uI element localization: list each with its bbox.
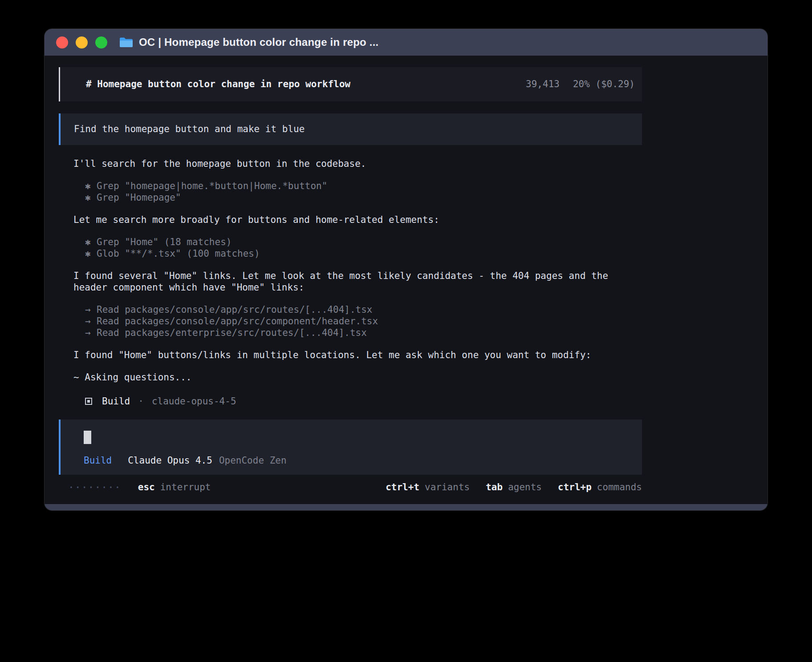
statusbar-left: ········ escinterrupt bbox=[68, 481, 211, 493]
assistant-paragraph: I found several "Home" links. Let me loo… bbox=[59, 270, 642, 293]
zoom-button[interactable] bbox=[95, 36, 107, 48]
input-provider-label: OpenCode Zen bbox=[219, 455, 287, 467]
tool-call-text: Read packages/console/app/src/component/… bbox=[97, 316, 378, 327]
input-agent-label[interactable]: Build bbox=[84, 455, 112, 467]
status-bar: ········ escinterrupt ctrl+tvariants tab… bbox=[59, 481, 642, 493]
ctrl-t-key: ctrl+t bbox=[386, 482, 419, 492]
asterisk-icon: ✱ bbox=[85, 192, 97, 203]
text-cursor bbox=[84, 431, 91, 444]
input-model-label[interactable]: Claude Opus 4.5 bbox=[128, 455, 212, 467]
assistant-paragraph: I found "Home" buttons/links in multiple… bbox=[59, 349, 642, 361]
session-header: # Homepage button color change in repo w… bbox=[59, 67, 642, 101]
esc-key: esc bbox=[138, 482, 155, 492]
window-titlebar[interactable]: OC | Homepage button color change in rep… bbox=[45, 29, 767, 56]
tool-call-read: →Read packages/console/app/src/routes/[.… bbox=[59, 304, 642, 315]
terminal-content: # Homepage button color change in repo w… bbox=[45, 56, 767, 504]
model-line: Build Claude Opus 4.5 OpenCode Zen bbox=[84, 455, 635, 467]
content-column: # Homepage button color change in repo w… bbox=[59, 67, 642, 493]
assistant-paragraph: Let me search more broadly for buttons a… bbox=[59, 214, 642, 226]
session-title: # Homepage button color change in repo w… bbox=[86, 78, 350, 90]
tool-call-text: Grep "Home" (18 matches) bbox=[97, 237, 231, 247]
user-message: Find the homepage button and make it blu… bbox=[59, 113, 642, 145]
assistant-paragraph: I'll search for the homepage button in t… bbox=[59, 158, 642, 170]
terminal-window: OC | Homepage button color change in rep… bbox=[44, 28, 768, 511]
tool-call-grep: ✱Grep "Home" (18 matches) bbox=[59, 236, 642, 248]
tool-call-text: Grep "Homepage" bbox=[97, 192, 181, 203]
arrow-right-icon: → bbox=[85, 304, 97, 315]
folder-icon bbox=[119, 36, 133, 48]
commands-label: commands bbox=[597, 482, 642, 492]
esc-hint: escinterrupt bbox=[138, 481, 211, 493]
esc-label: interrupt bbox=[160, 482, 211, 492]
tool-call-text: Read packages/enterprise/src/routes/[...… bbox=[97, 327, 367, 338]
agents-hint: tabagents bbox=[486, 481, 542, 493]
arrow-right-icon: → bbox=[85, 315, 97, 327]
minimize-button[interactable] bbox=[76, 36, 88, 48]
tool-call-glob: ✱Glob "**/*.tsx" (100 matches) bbox=[59, 248, 642, 259]
context-usage: 20% ($0.29) bbox=[573, 78, 635, 90]
tool-call-read: →Read packages/enterprise/src/routes/[..… bbox=[59, 327, 642, 339]
close-button[interactable] bbox=[56, 36, 68, 48]
variants-hint: ctrl+tvariants bbox=[386, 481, 470, 493]
tool-call-text: Read packages/console/app/src/routes/[..… bbox=[97, 304, 373, 315]
session-stats: 39,413 20% ($0.29) bbox=[526, 78, 635, 90]
asterisk-icon: ✱ bbox=[85, 248, 97, 259]
agent-status-row: Build · claude-opus-4-5 bbox=[59, 395, 642, 408]
spinner-dots: ········ bbox=[68, 481, 121, 493]
window-bottom-edge bbox=[45, 504, 767, 510]
assistant-transcript: I'll search for the homepage button in t… bbox=[59, 158, 642, 408]
tab-key: tab bbox=[486, 482, 503, 492]
tool-call-grep: ✱Grep "Homepage" bbox=[59, 192, 642, 203]
tool-call-grep: ✱Grep "homepage|home.*button|Home.*butto… bbox=[59, 180, 642, 192]
arrow-right-icon: → bbox=[85, 327, 97, 339]
traffic-lights bbox=[56, 36, 107, 48]
working-status: ~ Asking questions... bbox=[59, 371, 642, 383]
title-group: OC | Homepage button color change in rep… bbox=[119, 36, 378, 48]
statusbar-right: ctrl+tvariants tabagents ctrl+pcommands bbox=[386, 481, 642, 493]
user-message-text: Find the homepage button and make it blu… bbox=[74, 124, 304, 134]
agent-model: claude-opus-4-5 bbox=[152, 396, 236, 407]
ctrl-p-key: ctrl+p bbox=[558, 482, 592, 492]
token-count: 39,413 bbox=[526, 78, 560, 90]
tool-call-read: →Read packages/console/app/src/component… bbox=[59, 315, 642, 327]
commands-hint: ctrl+pcommands bbox=[558, 481, 642, 493]
asterisk-icon: ✱ bbox=[85, 236, 97, 248]
prompt-input[interactable]: Build Claude Opus 4.5 OpenCode Zen bbox=[59, 420, 642, 475]
window-title: OC | Homepage button color change in rep… bbox=[139, 36, 378, 48]
variants-label: variants bbox=[425, 482, 470, 492]
tool-call-text: Grep "homepage|home.*button|Home.*button… bbox=[97, 181, 327, 191]
agents-label: agents bbox=[508, 482, 542, 492]
tool-call-text: Glob "**/*.tsx" (100 matches) bbox=[97, 248, 260, 259]
asterisk-icon: ✱ bbox=[85, 180, 97, 192]
build-agent-icon bbox=[85, 398, 92, 405]
agent-name: Build bbox=[102, 396, 130, 407]
agent-separator: · bbox=[138, 396, 144, 407]
